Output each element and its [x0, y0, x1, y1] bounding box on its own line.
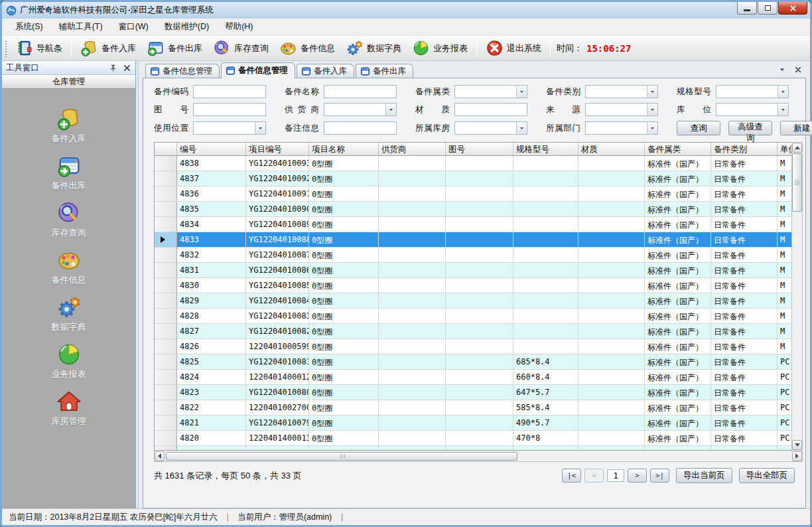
table-row[interactable]: 482212204010027000型圈585*8.4标准件（国产）日常备件PC: [155, 400, 791, 415]
table-row[interactable]: 4832YG122040100870型圈标准件（国产）日常备件M: [155, 248, 791, 263]
table-row[interactable]: 4836YG122040100910型圈标准件（国产）日常备件M: [155, 187, 791, 202]
row-selector[interactable]: [155, 187, 177, 202]
column-header[interactable]: 项目编号: [246, 143, 309, 155]
horizontal-scrollbar[interactable]: [154, 451, 803, 462]
close-button[interactable]: [778, 2, 807, 15]
new-button[interactable]: 新建: [780, 121, 812, 135]
column-header[interactable]: 备件属类: [645, 143, 711, 155]
last-page-button[interactable]: >|: [650, 469, 669, 483]
dropdown-button[interactable]: [778, 86, 788, 98]
dropdown-button[interactable]: [647, 104, 657, 115]
row-selector[interactable]: [155, 415, 177, 431]
table-row[interactable]: 482412204014000120型圈660*8.4标准件（国产）日常备件PC: [155, 370, 791, 385]
horizontal-scroll-thumb[interactable]: [166, 452, 517, 461]
field-spec-model-select[interactable]: [716, 85, 789, 98]
row-selector[interactable]: [155, 324, 177, 339]
column-header[interactable]: 供货商: [379, 143, 446, 155]
scroll-up-button[interactable]: [792, 143, 802, 153]
table-row[interactable]: 4834YG122040100890型圈标准件（国产）日常备件M: [155, 217, 791, 232]
field-drawing-no-input[interactable]: [193, 103, 266, 116]
vertical-scrollbar[interactable]: [791, 142, 803, 451]
row-selector[interactable]: [155, 385, 177, 400]
field-location-select[interactable]: [716, 103, 789, 116]
table-row[interactable]: 4831YG122040100860型圈标准件（国产）日常备件M: [155, 263, 791, 278]
row-selector[interactable]: [155, 217, 177, 232]
toolbar-data-dict-button[interactable]: 数据字典: [340, 37, 407, 59]
toolbar-parts-inbound-button[interactable]: 备件入库: [75, 37, 141, 59]
dropdown-button[interactable]: [516, 122, 527, 134]
menu-item-data-maintain[interactable]: 数据维护(D): [157, 19, 217, 35]
toolbar-parts-info-button[interactable]: 备件信息: [274, 37, 340, 59]
close-icon[interactable]: [794, 66, 802, 74]
row-selector[interactable]: [155, 370, 177, 385]
table-row[interactable]: 0型圈标准件（国产）日常备件: [155, 446, 791, 450]
dropdown-button[interactable]: [647, 86, 657, 98]
page-number-input[interactable]: [607, 469, 624, 482]
menu-item-system[interactable]: 系统(S): [7, 19, 51, 35]
field-part-type-select[interactable]: [585, 85, 658, 98]
dropdown-button[interactable]: [385, 104, 396, 115]
table-row[interactable]: 4835YG122040100900型圈标准件（国产）日常备件M: [155, 202, 791, 217]
sidebar-item-data-dict[interactable]: 数据字典: [29, 295, 109, 333]
dropdown-button[interactable]: [255, 122, 265, 134]
table-row[interactable]: 4838YG122040100930型圈标准件（国产）日常备件M: [155, 156, 791, 171]
export-current-page-button[interactable]: 导出当前页: [676, 468, 732, 483]
field-use-position-select[interactable]: [193, 121, 266, 135]
query-button[interactable]: 查询: [677, 121, 720, 135]
chevron-down-icon[interactable]: [778, 66, 786, 74]
table-row[interactable]: 482612204010005990型圈标准件（国产）日常备件M: [155, 339, 791, 354]
sidebar-item-parts-outbound[interactable]: 备件出库: [29, 153, 109, 192]
column-header[interactable]: 材质: [578, 143, 645, 155]
field-department-select[interactable]: [585, 121, 658, 135]
pin-icon[interactable]: [109, 64, 117, 72]
table-row[interactable]: 4827YG122040100820型圈标准件（国产）日常备件M: [155, 324, 791, 339]
row-selector[interactable]: [155, 202, 177, 217]
export-all-pages-button[interactable]: 导出全部页: [739, 468, 795, 483]
vertical-scroll-thumb[interactable]: [792, 153, 802, 212]
dropdown-button[interactable]: [778, 104, 788, 115]
row-selector[interactable]: [155, 354, 177, 370]
field-part-name-input[interactable]: [324, 85, 397, 98]
column-header[interactable]: 备件类别: [711, 143, 778, 155]
row-selector[interactable]: [155, 156, 177, 171]
first-page-button[interactable]: |<: [562, 469, 581, 483]
scroll-left-button[interactable]: [155, 451, 165, 461]
restore-button[interactable]: [758, 2, 778, 15]
advanced-query-button[interactable]: 高级查询: [728, 121, 772, 135]
menu-item-window[interactable]: 窗口(W): [111, 19, 157, 35]
row-selector[interactable]: [155, 263, 177, 278]
column-header[interactable]: 编号: [177, 143, 246, 155]
sidebar-item-business-report[interactable]: 业务报表: [29, 342, 109, 380]
table-row[interactable]: 4837YG122040100920型圈标准件（国产）日常备件M: [155, 171, 791, 187]
table-row[interactable]: 4821YG122040100790型圈490*5.7标准件（国产）日常备件PC: [155, 415, 791, 431]
tab-parts-outbound[interactable]: 备件出库: [356, 64, 413, 78]
toolbar-business-report-button[interactable]: 业务报表: [407, 37, 473, 59]
row-selector[interactable]: [155, 232, 177, 248]
row-selector[interactable]: [155, 278, 177, 293]
dropdown-button[interactable]: [647, 122, 657, 134]
table-row[interactable]: 4823YG122040100800型圈647*5.7标准件（国产）日常备件PC: [155, 385, 791, 400]
prev-page-button[interactable]: <: [584, 469, 604, 483]
tab-parts-inbound[interactable]: 备件入库: [297, 64, 354, 78]
field-part-category-select[interactable]: [454, 85, 527, 98]
row-selector[interactable]: [155, 248, 177, 263]
sidebar-group-title[interactable]: 仓库管理: [2, 75, 135, 89]
sidebar-item-warehouse-manage[interactable]: 库房管理: [29, 389, 109, 427]
table-row[interactable]: 4829YG122040100840型圈标准件（国产）日常备件M: [155, 293, 791, 309]
toolbar-grip[interactable]: [5, 40, 7, 57]
sidebar-item-parts-info[interactable]: 备件信息: [29, 248, 109, 286]
table-row[interactable]: 4833YG122040100880型圈标准件（国产）日常备件M: [155, 232, 791, 248]
field-warehouse-select[interactable]: [454, 121, 527, 135]
next-page-button[interactable]: >: [628, 469, 647, 483]
dropdown-button[interactable]: [516, 86, 527, 98]
menu-item-help[interactable]: 帮助(H): [217, 19, 261, 35]
table-row[interactable]: 482012204014000130型圈470*8标准件（国产）日常备件PC: [155, 431, 791, 446]
scroll-right-button[interactable]: [792, 451, 802, 461]
column-header[interactable]: 规格型号: [513, 143, 578, 155]
menu-item-aux-tools[interactable]: 辅助工具(T): [51, 19, 111, 35]
field-remark-input[interactable]: [324, 121, 397, 135]
scroll-down-button[interactable]: [792, 440, 802, 450]
field-material-input[interactable]: [454, 103, 527, 116]
minimize-button[interactable]: [737, 2, 757, 15]
row-selector[interactable]: [155, 171, 177, 187]
